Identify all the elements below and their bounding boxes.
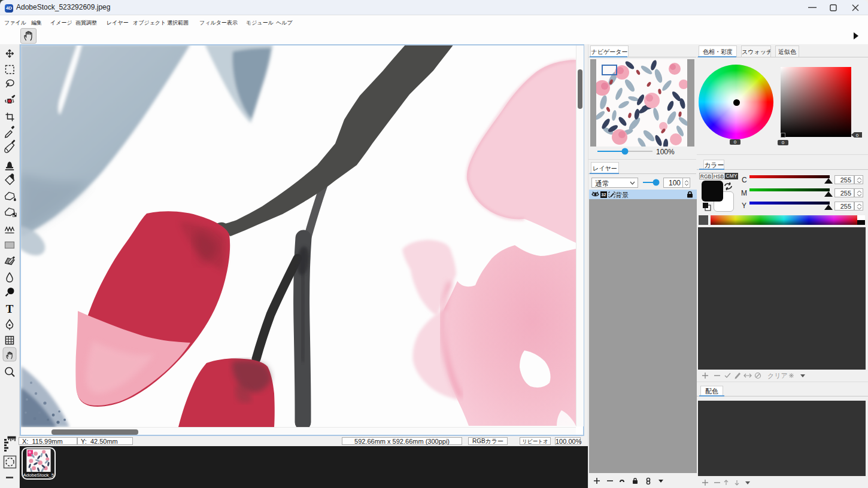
svg-text:0: 0 <box>856 133 859 138</box>
svg-text:T: T <box>6 303 14 315</box>
svg-text:クリア: クリア <box>767 372 788 379</box>
